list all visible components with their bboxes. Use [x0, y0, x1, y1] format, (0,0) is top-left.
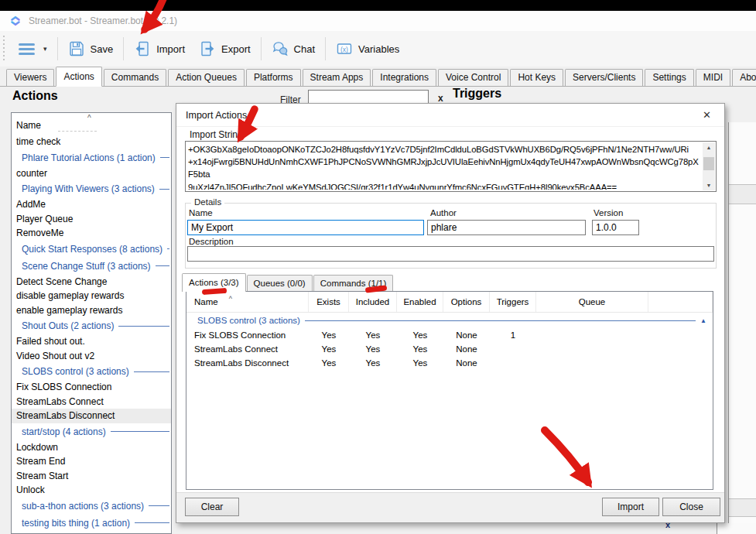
action-item-detect-scene-change[interactable]: Detect Scene Change	[12, 275, 171, 289]
triggers-panel-heading: Triggers	[453, 87, 501, 101]
column-header-triggers[interactable]: Triggers	[490, 292, 536, 312]
tab-platforms[interactable]: Platforms	[246, 69, 301, 86]
import-actions-table: Name^ExistsIncludedEnabledOptionsTrigger…	[186, 291, 713, 490]
action-group-sub-a-thon-actions-3-actions[interactable]: sub-a-thon actions (3 actions)	[12, 498, 171, 515]
tab-viewers[interactable]: Viewers	[6, 69, 54, 86]
close-icon[interactable]: ✕	[699, 108, 715, 122]
group-line	[111, 431, 169, 432]
action-item-lockdown[interactable]: Lockdown	[12, 440, 171, 455]
name-field[interactable]	[187, 220, 424, 235]
column-header-exists[interactable]: Exists	[309, 292, 349, 312]
scrollbar[interactable]: ▲ ▼	[703, 142, 715, 190]
cell-options: None	[443, 328, 490, 342]
action-item-time-check[interactable]: time check	[12, 135, 171, 149]
action-item-failed-shout-out[interactable]: Failed shout out.	[12, 334, 171, 349]
export-button[interactable]: Export	[192, 36, 258, 62]
save-button[interactable]: Save	[61, 36, 121, 62]
tab-stream-apps[interactable]: Stream Apps	[303, 69, 371, 86]
import-button[interactable]: Import	[127, 36, 192, 62]
actions-list-header[interactable]: Name ^	[12, 113, 171, 135]
collapse-group-icon[interactable]: ▲	[700, 317, 713, 324]
column-header-enabled[interactable]: Enabled	[397, 292, 443, 312]
sort-ascending-icon: ^	[87, 114, 91, 122]
cell-queue	[536, 342, 648, 356]
tab-actions[interactable]: Actions	[56, 67, 101, 87]
group-line	[167, 248, 169, 249]
cell-name: Fix SLOBS Connection	[186, 328, 309, 342]
author-field[interactable]	[427, 220, 586, 235]
action-group-label: Playing With Viewers (3 actions)	[22, 183, 159, 194]
action-item-stream-end[interactable]: Stream End	[12, 454, 171, 469]
action-group-label: Quick Start Responses (8 actions)	[22, 244, 167, 255]
group-line	[305, 320, 696, 321]
tab-midi[interactable]: MIDI	[696, 69, 730, 86]
cell-name: StreamLabs Connect	[186, 342, 309, 356]
action-group-playing-with-viewers-3-actions[interactable]: Playing With Viewers (3 actions)	[12, 180, 171, 197]
cell-triggers	[490, 342, 536, 356]
action-item-counter[interactable]: counter	[12, 166, 171, 181]
column-header-name[interactable]: Name^	[186, 292, 309, 312]
table-row-streamlabs-connect[interactable]: StreamLabs ConnectYesYesYesNone	[186, 342, 713, 356]
table-body: Fix SLOBS ConnectionYesYesYesNone1Stream…	[186, 328, 713, 370]
action-item-addme[interactable]: AddMe	[12, 197, 171, 212]
dialog-tab-queues-0-0[interactable]: Queues (0/0)	[247, 275, 313, 291]
table-row-fix-slobs-connection[interactable]: Fix SLOBS ConnectionYesYesYesNone1	[186, 328, 713, 342]
tab-hot-keys[interactable]: Hot Keys	[510, 69, 563, 86]
action-item-streamlabs-connect[interactable]: StreamLabs Connect	[12, 395, 171, 409]
action-group-scene-change-stuff-3-actions[interactable]: Scene Change Stuff (3 actions)	[12, 258, 171, 275]
tab-voice-control[interactable]: Voice Control	[438, 69, 508, 86]
cell-options: None	[443, 356, 490, 370]
action-group-quick-start-responses-8-actions[interactable]: Quick Start Responses (8 actions)	[12, 241, 171, 258]
import-confirm-button[interactable]: Import	[602, 498, 659, 516]
import-string-textarea[interactable]: +OK3GbXa8geIoDtoaopONKoTZCJo2H8fuqsfdvY1…	[185, 141, 717, 192]
action-item-disable-gameplay-rewards[interactable]: disable gameplay rewards	[12, 289, 171, 303]
tab-about[interactable]: About	[732, 69, 756, 86]
action-item-stream-start[interactable]: Stream Start	[12, 469, 171, 484]
dialog-tab-actions-3-3[interactable]: Actions (3/3)	[182, 273, 246, 292]
save-floppy-icon	[68, 40, 85, 57]
table-row-streamlabs-disconnect[interactable]: StreamLabs DisconnectYesYesYesNone	[186, 356, 713, 370]
version-field[interactable]	[592, 220, 639, 235]
toolbar-grip[interactable]	[2, 36, 5, 62]
close-button[interactable]: Close	[662, 498, 720, 516]
clear-button[interactable]: Clear	[185, 498, 239, 516]
tab-servers-clients[interactable]: Servers/Clients	[565, 69, 643, 86]
group-line	[118, 326, 169, 327]
action-item-removeme[interactable]: RemoveMe	[12, 226, 171, 241]
action-item-enable-gameplay-rewards[interactable]: enable gameplay rewards	[12, 303, 171, 318]
action-group-phlare-tutorial-actions-1-action[interactable]: Phlare Tutorial Actions (1 action)	[12, 149, 171, 166]
dialog-tab-commands-1-1[interactable]: Commands (1/1)	[313, 275, 394, 291]
chat-button[interactable]: Chat	[265, 36, 322, 62]
cell-queue	[536, 328, 648, 342]
action-group-label: Phlare Tutorial Actions (1 action)	[22, 152, 160, 163]
dialog-title: Import Actions	[186, 110, 247, 121]
action-group-slobs-control-3-actions[interactable]: SLOBS control (3 actions)	[12, 363, 171, 380]
scrollbar-thumb[interactable]	[703, 157, 714, 170]
column-header-options[interactable]: Options	[443, 292, 490, 312]
filter-clear-button[interactable]: x	[438, 93, 443, 104]
name-column-header[interactable]: Name	[16, 120, 41, 131]
scroll-down-icon[interactable]: ▼	[703, 183, 715, 188]
column-header-included[interactable]: Included	[349, 292, 397, 312]
action-item-unlock[interactable]: Unlock	[12, 483, 171, 498]
variables-button-label: Variables	[358, 43, 399, 55]
action-group-testing-bits-thing-1-action[interactable]: testing bits thing (1 action)	[12, 515, 171, 532]
table-group-row[interactable]: SLOBS control (3 actions) ▲	[186, 313, 713, 328]
triggers-panel-band	[729, 184, 756, 204]
tab-settings[interactable]: Settings	[645, 69, 693, 86]
variables-button[interactable]: (x) Variables	[329, 36, 406, 62]
action-group-start-stop-4-actions[interactable]: start/stop (4 actions)	[12, 423, 171, 440]
tab-integrations[interactable]: Integrations	[372, 69, 436, 86]
tab-commands[interactable]: Commands	[104, 69, 166, 86]
action-group-shout-outs-2-actions[interactable]: Shout Outs (2 actions)	[12, 317, 171, 334]
action-item-fix-slobs-connection[interactable]: Fix SLOBS Connection	[12, 380, 171, 395]
main-menu-button[interactable]: ▾	[12, 39, 54, 60]
column-header-queue[interactable]: Queue	[536, 292, 648, 312]
tab-action-queues[interactable]: Action Queues	[168, 69, 245, 86]
action-item-streamlabs-disconnect[interactable]: StreamLabs Disconnect	[12, 409, 171, 423]
description-field[interactable]	[187, 246, 714, 262]
action-item-video-shout-out-v2[interactable]: Video Shout out v2	[12, 349, 171, 364]
action-item-player-queue[interactable]: Player Queue	[12, 212, 171, 227]
chat-bubbles-icon	[272, 40, 289, 57]
scroll-up-icon[interactable]: ▲	[703, 145, 715, 150]
